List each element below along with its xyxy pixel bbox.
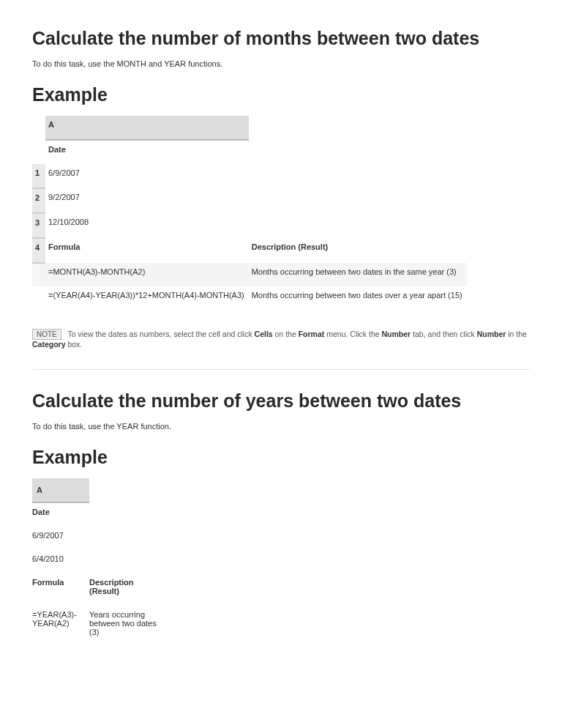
s2-description-header: Description (Result)	[89, 573, 170, 606]
note-text-1: To view the dates as numbers, select the…	[68, 330, 255, 338]
row1-val: 6/9/2007	[45, 164, 249, 188]
note-text-3: menu. Click the	[324, 330, 381, 338]
section2-intro: To do this task, use the YEAR function.	[32, 422, 530, 431]
formula-header: Formula	[45, 238, 249, 263]
note-block: NOTE To view the dates as numbers, selec…	[32, 329, 530, 349]
note-text-4: tab, and then click	[411, 330, 476, 338]
row4-num: 4	[32, 238, 45, 263]
formula2: =(YEAR(A4)-YEAR(A3))*12+MONTH(A4)-MONTH(…	[45, 286, 249, 310]
section1-title: Calculate the number of months between t…	[32, 28, 530, 49]
s2-formula-header: Formula	[32, 573, 89, 606]
example2-table: A Date 6/9/2007 6/4/2010 Formula Descrip…	[32, 478, 170, 647]
row1-num: 1	[32, 164, 45, 188]
row3-val: 12/10/2008	[45, 213, 249, 238]
section-divider	[32, 369, 530, 370]
note-bold-number2: Number	[477, 330, 506, 338]
col-a-header: A	[45, 116, 249, 140]
note-bold-number1: Number	[382, 330, 411, 338]
s2-description1: Years occurring between two dates (3)	[89, 606, 170, 647]
s2-row2: 6/4/2010	[32, 550, 89, 573]
col-a-header-2: A	[32, 478, 89, 502]
example1-table: A Date 1 6/9/2007 2 9/2/2007 3 12/10/200…	[32, 116, 467, 310]
date-label: Date	[45, 140, 249, 164]
row2-num: 2	[32, 188, 45, 213]
note-text-6: box.	[66, 340, 83, 349]
note-bold-format: Format	[299, 330, 325, 338]
date-label-2: Date	[32, 502, 89, 527]
s2-formula1: =YEAR(A3)-YEAR(A2)	[32, 606, 89, 647]
note-bold-category: Category	[32, 340, 66, 349]
formula1: =MONTH(A3)-MONTH(A2)	[45, 263, 249, 286]
note-bold-cells: Cells	[255, 330, 273, 338]
section1-intro: To do this task, use the MONTH and YEAR …	[32, 59, 530, 68]
corner-cell	[32, 116, 45, 140]
s2-row1: 6/9/2007	[32, 527, 89, 550]
description-header: Description (Result)	[249, 238, 467, 263]
note-text-2: on the	[273, 330, 299, 338]
note-text-5: in the	[506, 330, 527, 338]
section1-example-heading: Example	[32, 84, 530, 105]
row2-val: 9/2/2007	[45, 188, 249, 213]
section2-title: Calculate the number of years between tw…	[32, 390, 530, 412]
col-b-empty	[249, 116, 467, 140]
note-badge: NOTE	[32, 329, 61, 340]
description2: Months occurring between two dates over …	[249, 286, 467, 310]
description1: Months occurring between two dates in th…	[249, 263, 467, 286]
section2-example-heading: Example	[32, 447, 530, 468]
row3-num: 3	[32, 213, 45, 238]
